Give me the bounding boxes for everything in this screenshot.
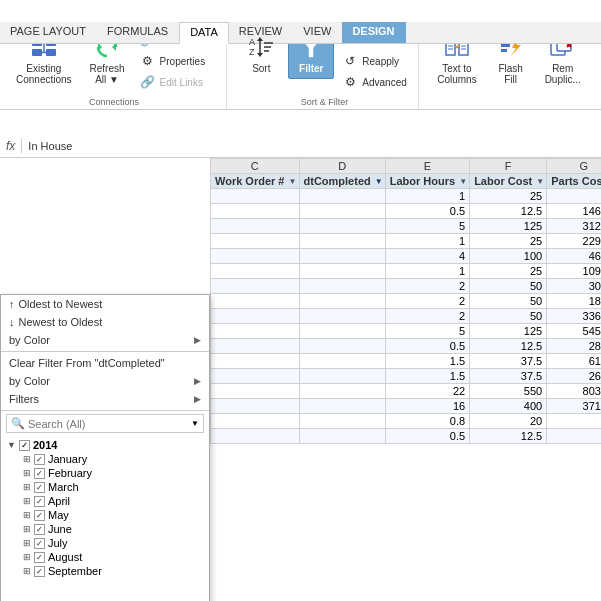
labor-cost-filter-arrow[interactable]: ▼ [536,177,544,186]
cell-labor-hours[interactable]: 0.8 [385,414,469,429]
filter-by-color[interactable]: by Color ▶ [1,372,209,390]
col-dt-completed[interactable]: dtCompleted ▼ [299,174,385,189]
tree-item-july[interactable]: ⊞ July [5,536,205,550]
tree-item-january[interactable]: ⊞ January [5,452,205,466]
cell-labor-hours[interactable]: 2 [385,309,469,324]
tree-item-february[interactable]: ⊞ February [5,466,205,480]
search-input[interactable] [28,418,188,430]
sort-button[interactable]: A Z Sort [238,26,284,79]
col-work-order[interactable]: Work Order # ▼ [211,174,300,189]
cell-labor-cost[interactable]: 12.5 [470,339,547,354]
cell-labor-cost[interactable]: 50 [470,309,547,324]
checkbox-february[interactable] [34,468,45,479]
cell-labor-cost[interactable]: 50 [470,279,547,294]
sort-oldest-newest[interactable]: ↑ Oldest to Newest [1,295,209,313]
checkbox-july[interactable] [34,538,45,549]
cell-parts-cost[interactable] [547,189,601,204]
tab-formulas[interactable]: FORMULAS [97,22,179,43]
cell-labor-cost[interactable]: 400 [470,399,547,414]
cell-parts-cost[interactable]: 46.63 [547,249,601,264]
cell-labor-hours[interactable]: 5 [385,324,469,339]
col-parts-cost[interactable]: Parts Cost ▼ [547,174,601,189]
tree-item-june[interactable]: ⊞ June [5,522,205,536]
cell-parts-cost[interactable]: 28.84 [547,339,601,354]
cell-labor-hours[interactable]: 0.5 [385,204,469,219]
checkbox-january[interactable] [34,454,45,465]
cell-labor-hours[interactable]: 5 [385,219,469,234]
cell-c [211,309,300,324]
search-box[interactable]: 🔍 ▼ [6,414,204,433]
tree-item-april[interactable]: ⊞ April [5,494,205,508]
work-order-filter-arrow[interactable]: ▼ [289,177,297,186]
cell-parts-cost[interactable]: 61.01 [547,354,601,369]
cell-labor-cost[interactable]: 20 [470,414,547,429]
cell-labor-cost[interactable]: 37.5 [470,369,547,384]
cell-labor-hours[interactable]: 16 [385,399,469,414]
tree-item-2014[interactable]: ▼ 2014 [5,438,205,452]
cell-parts-cost[interactable]: 229.03 [547,234,601,249]
cell-labor-cost[interactable]: 100 [470,249,547,264]
reapply-button[interactable]: ↺ Reapply [338,51,410,71]
cell-labor-hours[interactable]: 1 [385,264,469,279]
tree-item-august[interactable]: ⊞ August [5,550,205,564]
sort-by-color-label: by Color [9,334,50,346]
tab-data[interactable]: DATA [179,22,229,44]
cell-labor-hours[interactable]: 22 [385,384,469,399]
cell-labor-hours[interactable]: 1 [385,189,469,204]
cell-labor-hours[interactable]: 2 [385,294,469,309]
clear-filter-item[interactable]: Clear Filter From "dtCompleted" [1,354,209,372]
col-labor-cost[interactable]: Labor Cost ▼ [470,174,547,189]
cell-labor-cost[interactable]: 125 [470,219,547,234]
cell-labor-hours[interactable]: 0.5 [385,339,469,354]
cell-labor-hours[interactable]: 4 [385,249,469,264]
cell-labor-hours[interactable]: 0.5 [385,429,469,444]
tree-item-march[interactable]: ⊞ March [5,480,205,494]
labor-hours-filter-arrow[interactable]: ▼ [459,177,467,186]
cell-labor-cost[interactable]: 125 [470,324,547,339]
dt-completed-filter-arrow[interactable]: ▼ [375,177,383,186]
sort-by-color[interactable]: by Color ▶ [1,331,209,349]
cell-parts-cost[interactable]: 336.18 [547,309,601,324]
cell-labor-cost[interactable]: 550 [470,384,547,399]
checkbox-august[interactable] [34,552,45,563]
cell-labor-hours[interactable]: 1.5 [385,369,469,384]
cell-parts-cost[interactable]: 30.44 [547,279,601,294]
cell-parts-cost[interactable]: 371.55 [547,399,601,414]
cell-labor-hours[interactable]: 1.5 [385,354,469,369]
cell-parts-cost[interactable]: 545.16 [547,324,601,339]
tree-item-may[interactable]: ⊞ May [5,508,205,522]
sort-newest-oldest[interactable]: ↓ Newest to Oldest [1,313,209,331]
advanced-button[interactable]: ⚙ Advanced [338,72,410,92]
cell-labor-cost[interactable]: 37.5 [470,354,547,369]
checkbox-april[interactable] [34,496,45,507]
tree-item-september[interactable]: ⊞ September [5,564,205,578]
cell-labor-cost[interactable]: 25 [470,234,547,249]
cell-parts-cost[interactable]: 146.75 [547,204,601,219]
cell-parts-cost[interactable]: 312.37 [547,219,601,234]
cell-labor-hours[interactable]: 2 [385,279,469,294]
cell-parts-cost[interactable]: 803.48 [547,384,601,399]
checkbox-2014[interactable] [19,440,30,451]
tab-page-layout[interactable]: PAGE LAYOUT [0,22,97,43]
checkbox-september[interactable] [34,566,45,577]
cell-labor-cost[interactable]: 12.5 [470,204,547,219]
cell-labor-cost[interactable]: 50 [470,294,547,309]
cell-parts-cost[interactable]: 183.7 [547,294,601,309]
cell-parts-cost[interactable]: 269.9 [547,369,601,384]
cell-labor-cost[interactable]: 25 [470,264,547,279]
properties-button[interactable]: ⚙ Properties [136,51,220,71]
checkbox-may[interactable] [34,510,45,521]
checkbox-march[interactable] [34,482,45,493]
cell-labor-cost[interactable]: 25 [470,189,547,204]
tab-design[interactable]: DESIGN [342,22,405,43]
date-filters[interactable]: Filters ▶ [1,390,209,408]
cell-labor-cost[interactable]: 12.5 [470,429,547,444]
cell-parts-cost[interactable]: 9.7 [547,414,601,429]
edit-links-button[interactable]: 🔗 Edit Links [136,72,220,92]
col-labor-hours[interactable]: Labor Hours ▼ [385,174,469,189]
cell-parts-cost[interactable] [547,429,601,444]
tab-view[interactable]: VIEW [293,22,342,43]
checkbox-june[interactable] [34,524,45,535]
cell-parts-cost[interactable]: 109.73 [547,264,601,279]
cell-labor-hours[interactable]: 1 [385,234,469,249]
